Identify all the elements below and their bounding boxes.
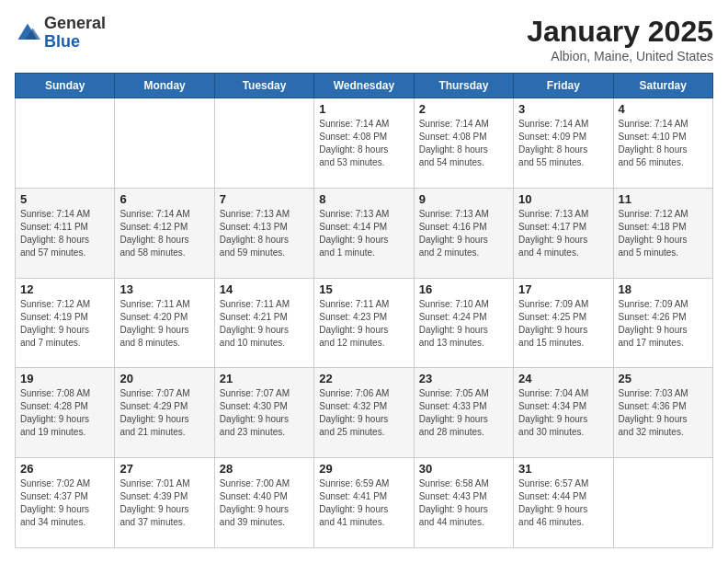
calendar-cell [16,98,115,189]
calendar-week-3: 19Sunrise: 7:08 AM Sunset: 4:28 PM Dayli… [16,368,713,458]
day-info: Sunrise: 7:01 AM Sunset: 4:39 PM Dayligh… [119,477,209,529]
day-info: Sunrise: 6:59 AM Sunset: 4:41 PM Dayligh… [319,477,408,529]
day-info: Sunrise: 7:13 AM Sunset: 4:13 PM Dayligh… [220,208,309,259]
day-info: Sunrise: 7:13 AM Sunset: 4:16 PM Dayligh… [419,208,508,259]
calendar-cell: 20Sunrise: 7:07 AM Sunset: 4:29 PM Dayli… [115,368,214,458]
day-number: 16 [419,282,508,296]
day-info: Sunrise: 7:09 AM Sunset: 4:25 PM Dayligh… [518,298,608,350]
calendar-cell: 19Sunrise: 7:08 AM Sunset: 4:28 PM Dayli… [16,368,115,458]
calendar-cell: 8Sunrise: 7:13 AM Sunset: 4:14 PM Daylig… [314,188,414,278]
day-number: 7 [220,192,309,206]
calendar-cell [214,98,313,189]
day-number: 25 [619,372,708,385]
day-info: Sunrise: 7:12 AM Sunset: 4:18 PM Dayligh… [619,208,708,259]
day-info: Sunrise: 7:14 AM Sunset: 4:08 PM Dayligh… [419,118,508,169]
day-info: Sunrise: 7:11 AM Sunset: 4:23 PM Dayligh… [319,298,408,350]
day-info: Sunrise: 7:02 AM Sunset: 4:37 PM Dayligh… [20,477,109,529]
calendar-cell: 21Sunrise: 7:07 AM Sunset: 4:30 PM Dayli… [214,368,313,458]
calendar-cell: 18Sunrise: 7:09 AM Sunset: 4:26 PM Dayli… [613,278,712,368]
day-info: Sunrise: 7:11 AM Sunset: 4:20 PM Dayligh… [119,298,209,350]
day-info: Sunrise: 7:09 AM Sunset: 4:26 PM Dayligh… [619,298,708,350]
header: General Blue January 2025 Albion, Maine,… [15,15,713,63]
day-number: 12 [20,282,109,296]
day-number: 21 [220,372,309,385]
calendar-cell: 29Sunrise: 6:59 AM Sunset: 4:41 PM Dayli… [314,458,414,548]
col-tuesday: Tuesday [214,74,313,98]
calendar-cell: 14Sunrise: 7:11 AM Sunset: 4:21 PM Dayli… [214,278,313,368]
day-info: Sunrise: 7:13 AM Sunset: 4:14 PM Dayligh… [319,208,408,259]
day-info: Sunrise: 7:04 AM Sunset: 4:34 PM Dayligh… [518,387,608,439]
calendar-cell [613,458,712,548]
calendar-cell: 26Sunrise: 7:02 AM Sunset: 4:37 PM Dayli… [16,458,115,548]
calendar-cell: 27Sunrise: 7:01 AM Sunset: 4:39 PM Dayli… [115,458,214,548]
day-number: 18 [619,282,708,296]
col-saturday: Saturday [613,74,712,98]
title-block: January 2025 Albion, Maine, United State… [527,15,713,63]
day-info: Sunrise: 6:58 AM Sunset: 4:43 PM Dayligh… [419,477,508,529]
day-info: Sunrise: 7:14 AM Sunset: 4:12 PM Dayligh… [119,208,209,259]
day-number: 23 [419,372,508,385]
page: General Blue January 2025 Albion, Maine,… [0,0,728,563]
subtitle: Albion, Maine, United States [527,49,713,63]
day-info: Sunrise: 7:13 AM Sunset: 4:17 PM Dayligh… [518,208,608,259]
day-number: 5 [20,192,109,206]
day-info: Sunrise: 7:08 AM Sunset: 4:28 PM Dayligh… [20,387,109,439]
calendar-cell: 7Sunrise: 7:13 AM Sunset: 4:13 PM Daylig… [214,188,313,278]
calendar-cell: 9Sunrise: 7:13 AM Sunset: 4:16 PM Daylig… [414,188,513,278]
day-info: Sunrise: 7:00 AM Sunset: 4:40 PM Dayligh… [220,477,309,529]
day-number: 1 [319,102,408,116]
day-info: Sunrise: 7:03 AM Sunset: 4:36 PM Dayligh… [619,387,708,439]
day-number: 13 [119,282,209,296]
calendar-table: Sunday Monday Tuesday Wednesday Thursday… [15,73,713,548]
calendar-cell: 11Sunrise: 7:12 AM Sunset: 4:18 PM Dayli… [613,188,712,278]
calendar-cell: 31Sunrise: 6:57 AM Sunset: 4:44 PM Dayli… [514,458,613,548]
calendar-week-4: 26Sunrise: 7:02 AM Sunset: 4:37 PM Dayli… [16,458,713,548]
calendar-cell: 16Sunrise: 7:10 AM Sunset: 4:24 PM Dayli… [414,278,513,368]
day-number: 15 [319,282,408,296]
day-number: 27 [119,462,209,476]
day-number: 11 [619,192,708,206]
day-info: Sunrise: 7:14 AM Sunset: 4:10 PM Dayligh… [619,118,708,169]
col-wednesday: Wednesday [314,74,414,98]
day-info: Sunrise: 7:11 AM Sunset: 4:21 PM Dayligh… [220,298,309,350]
day-number: 8 [319,192,408,206]
day-number: 24 [518,372,608,385]
day-number: 30 [419,462,508,476]
calendar-header-row: Sunday Monday Tuesday Wednesday Thursday… [16,74,713,98]
calendar-cell: 5Sunrise: 7:14 AM Sunset: 4:11 PM Daylig… [16,188,115,278]
logo: General Blue [15,15,106,52]
day-number: 19 [20,372,109,385]
calendar-cell: 3Sunrise: 7:14 AM Sunset: 4:09 PM Daylig… [514,98,613,189]
day-number: 3 [518,102,608,116]
calendar-cell: 24Sunrise: 7:04 AM Sunset: 4:34 PM Dayli… [514,368,613,458]
calendar-cell: 1Sunrise: 7:14 AM Sunset: 4:08 PM Daylig… [314,98,414,189]
day-info: Sunrise: 7:14 AM Sunset: 4:11 PM Dayligh… [20,208,109,259]
day-number: 14 [220,282,309,296]
col-monday: Monday [115,74,214,98]
logo-icon [15,20,40,46]
calendar-cell: 13Sunrise: 7:11 AM Sunset: 4:20 PM Dayli… [115,278,214,368]
calendar-cell: 25Sunrise: 7:03 AM Sunset: 4:36 PM Dayli… [613,368,712,458]
day-info: Sunrise: 7:14 AM Sunset: 4:09 PM Dayligh… [518,118,608,169]
day-info: Sunrise: 7:14 AM Sunset: 4:08 PM Dayligh… [319,118,408,169]
day-number: 17 [518,282,608,296]
day-number: 10 [518,192,608,206]
day-number: 9 [419,192,508,206]
day-number: 28 [220,462,309,476]
calendar-cell: 4Sunrise: 7:14 AM Sunset: 4:10 PM Daylig… [613,98,712,189]
day-number: 26 [20,462,109,476]
logo-general: General [44,15,106,33]
day-number: 4 [619,102,708,116]
day-info: Sunrise: 7:05 AM Sunset: 4:33 PM Dayligh… [419,387,508,439]
calendar-cell: 2Sunrise: 7:14 AM Sunset: 4:08 PM Daylig… [414,98,513,189]
day-number: 20 [119,372,209,385]
day-info: Sunrise: 7:07 AM Sunset: 4:29 PM Dayligh… [119,387,209,439]
day-number: 29 [319,462,408,476]
main-title: January 2025 [527,15,713,49]
calendar-week-0: 1Sunrise: 7:14 AM Sunset: 4:08 PM Daylig… [16,98,713,189]
day-number: 2 [419,102,508,116]
day-number: 6 [119,192,209,206]
calendar-cell [115,98,214,189]
calendar-cell: 28Sunrise: 7:00 AM Sunset: 4:40 PM Dayli… [214,458,313,548]
calendar-cell: 15Sunrise: 7:11 AM Sunset: 4:23 PM Dayli… [314,278,414,368]
